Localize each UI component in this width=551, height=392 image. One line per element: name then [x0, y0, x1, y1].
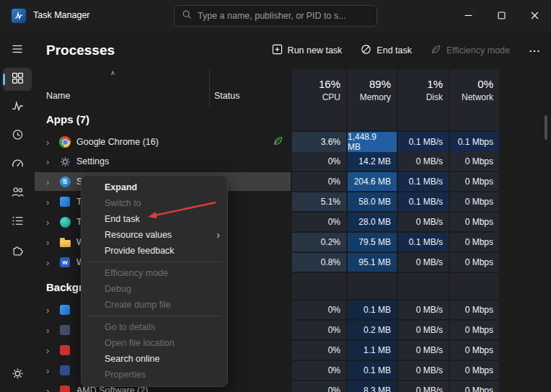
menu-item-properties: Properties: [81, 367, 227, 383]
chevron-right-icon[interactable]: ›: [46, 386, 53, 392]
disk-cell: 0.1 MB/s: [397, 132, 449, 153]
column-header-status[interactable]: Status: [209, 69, 291, 107]
network-total-percent: 0%: [477, 78, 493, 90]
app-icon: [60, 365, 70, 375]
chevron-right-icon[interactable]: ›: [46, 365, 53, 376]
network-cell: 0 Mbps: [449, 152, 501, 172]
settings-gear-icon: [59, 156, 71, 167]
menu-item-debug: Debug: [81, 281, 227, 297]
navigation-menu-button[interactable]: [3, 39, 32, 62]
cpu-cell: 0%: [291, 361, 346, 381]
menu-item-go-to-details: Go to details: [81, 319, 227, 335]
more-options-button[interactable]: ⋯: [529, 44, 541, 58]
cpu-cell: 0%: [291, 341, 346, 361]
list-icon: [12, 215, 24, 230]
chevron-right-icon[interactable]: ›: [46, 197, 53, 208]
menu-item-search-online[interactable]: Search online: [81, 351, 227, 367]
chevron-right-icon[interactable]: ›: [46, 325, 53, 336]
chevron-right-icon[interactable]: ›: [46, 156, 53, 167]
minimize-button[interactable]: [451, 0, 485, 32]
sidebar-item-app-history[interactable]: [3, 124, 32, 147]
memory-cell: 95.1 MB: [346, 253, 397, 273]
chevron-right-icon[interactable]: ›: [46, 177, 53, 187]
process-row-settings[interactable]: › Settings 0% 14.2 MB 0 MB/s 0 Mbps: [35, 152, 501, 172]
sidebar-item-services[interactable]: [3, 239, 32, 262]
network-cell: 0 Mbps: [449, 321, 501, 341]
search-input[interactable]: [198, 11, 369, 21]
memory-cell: 14.2 MB: [346, 152, 397, 172]
menu-item-expand[interactable]: Expand: [81, 179, 227, 195]
memory-total-percent: 89%: [369, 78, 391, 90]
column-header-cpu[interactable]: 16% CPU: [291, 69, 346, 107]
sidebar-item-users[interactable]: [3, 182, 32, 205]
page-title: Processes: [46, 43, 115, 58]
cpu-cell: 0%: [291, 381, 346, 392]
sort-ascending-icon: ∧: [110, 69, 115, 76]
column-header-network[interactable]: 0% Network: [449, 69, 501, 107]
submenu-chevron-icon: ›: [216, 229, 220, 241]
network-cell: 0 Mbps: [449, 361, 501, 381]
sidebar: [0, 32, 35, 392]
network-cell: 0 Mbps: [449, 192, 501, 213]
app-icon: W: [60, 257, 70, 267]
chevron-right-icon[interactable]: ›: [46, 257, 53, 268]
end-task-button[interactable]: End task: [361, 44, 412, 57]
network-cell: 0 Mbps: [449, 253, 501, 273]
maximize-icon: [498, 9, 506, 22]
disk-cell: 0 MB/s: [397, 152, 449, 172]
efficiency-leaf-icon: [273, 135, 283, 149]
network-cell: 0 Mbps: [449, 341, 501, 361]
menu-separator: [87, 262, 221, 262]
column-header-name[interactable]: ∧ Name: [35, 69, 209, 107]
close-button[interactable]: [518, 0, 551, 32]
sidebar-item-details[interactable]: [3, 210, 32, 233]
new-task-icon: [272, 44, 283, 57]
end-task-icon: [361, 44, 371, 57]
app-icon: S: [60, 177, 71, 187]
efficiency-mode-button: Efficiency mode: [431, 44, 510, 57]
search-box[interactable]: [174, 5, 377, 27]
window-controls: [451, 0, 551, 32]
section-header-apps[interactable]: Apps (7): [35, 107, 501, 132]
process-name: Settings: [76, 156, 109, 166]
chevron-right-icon[interactable]: ›: [46, 237, 53, 248]
app-icon: [60, 217, 71, 228]
column-header-disk[interactable]: 1% Disk: [397, 69, 449, 107]
disk-cell: 0.1 MB/s: [397, 233, 449, 253]
cpu-cell: 0%: [291, 213, 346, 233]
gear-icon: [12, 368, 24, 383]
app-icon: [60, 325, 70, 335]
sidebar-item-processes[interactable]: [3, 68, 32, 91]
memory-cell: 58.0 MB: [346, 192, 397, 213]
menu-item-resource-values[interactable]: Resource values ›: [81, 227, 227, 243]
menu-item-efficiency-mode: Efficiency mode: [81, 265, 227, 281]
disk-cell: 0 MB/s: [397, 341, 449, 361]
folder-icon: [60, 240, 71, 247]
performance-icon: [12, 99, 24, 115]
chevron-right-icon[interactable]: ›: [46, 345, 53, 356]
disk-cell: 0 MB/s: [397, 321, 449, 341]
menu-item-provide-feedback[interactable]: Provide feedback: [81, 243, 227, 259]
sidebar-item-settings[interactable]: [3, 363, 32, 386]
network-cell: 0 Mbps: [449, 233, 501, 253]
run-new-task-button[interactable]: Run new task: [272, 44, 343, 57]
cpu-cell: 0.8%: [291, 253, 346, 273]
sidebar-item-performance[interactable]: [3, 95, 32, 118]
process-row-google-chrome[interactable]: › Google Chrome (16) 3.6% 1,448.9 MB 0.1…: [35, 132, 501, 152]
chevron-right-icon[interactable]: ›: [46, 305, 53, 316]
table-header: ∧ Name Status 16% CPU 89% Memory 1% Disk…: [35, 69, 501, 107]
cpu-cell: 0%: [291, 321, 346, 341]
sidebar-item-startup-apps[interactable]: [3, 153, 32, 176]
vertical-scrollbar-thumb[interactable]: [545, 115, 547, 140]
maximize-button[interactable]: [485, 0, 518, 32]
network-cell: 0 Mbps: [449, 381, 501, 392]
chevron-right-icon[interactable]: ›: [46, 137, 53, 148]
cpu-cell: 0%: [291, 172, 346, 192]
cpu-cell: 0.2%: [291, 233, 346, 253]
run-new-task-label: Run new task: [288, 45, 343, 55]
titlebar: Task Manager: [0, 0, 551, 32]
chevron-right-icon[interactable]: ›: [46, 217, 53, 228]
column-header-memory[interactable]: 89% Memory: [346, 69, 397, 107]
memory-cell: 8.3 MB: [346, 381, 397, 392]
network-cell: 0 Mbps: [449, 172, 501, 192]
